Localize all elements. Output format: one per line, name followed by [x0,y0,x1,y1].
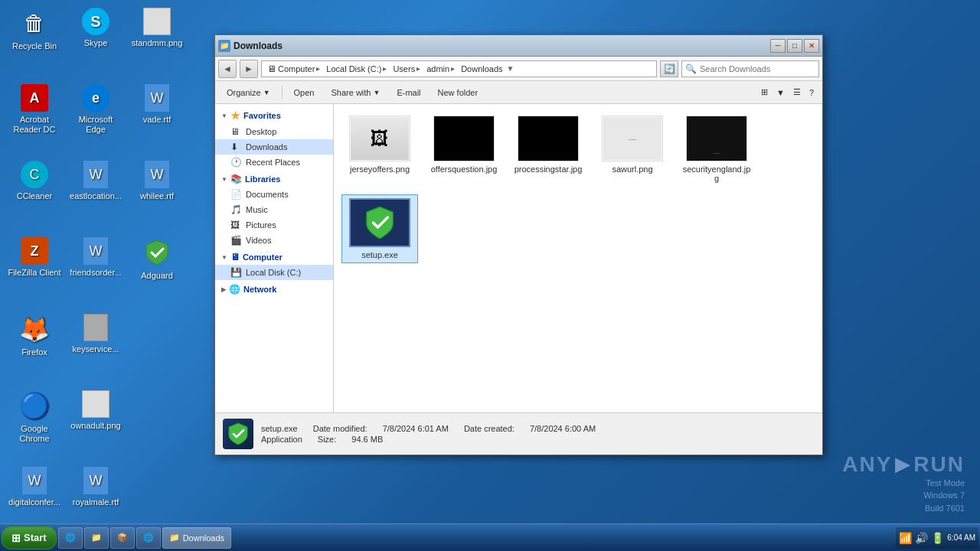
sidebar-item-pictures[interactable]: 🖼 Pictures [215,217,333,233]
explorer-window: 📁 Downloads ─ □ ✕ ◄ ► 🖥 Computer ▸ Local… [214,34,823,455]
new-folder-button[interactable]: New folder [431,84,485,101]
taskbar: ⊞ Start 🌐 📁 📦 🌐 📁 Downloads 📶 🔊 🔋 6:04 A… [0,523,980,551]
taskbar-item-downloads-window[interactable]: 📁 Downloads [162,527,231,549]
tray-battery-icon[interactable]: 🔋 [931,532,944,544]
open-button[interactable]: Open [287,84,322,101]
file-item-jerseyoffers[interactable]: 🖼 jerseyoffers.png [341,112,418,187]
sidebar-network-header[interactable]: ▶ 🌐 Network [215,282,333,297]
desktop-icon-acrobat[interactable]: A Acrobat Reader DC [4,80,65,157]
desktop-icon-recycle-bin[interactable]: 🗑 Recycle Bin [4,4,65,80]
file-item-processingstar[interactable]: processingstar.jpg [510,112,586,187]
downloads-taskbar-icon: 📁 [169,533,180,543]
sidebar-item-music[interactable]: 🎵 Music [215,202,333,217]
path-segment-admin[interactable]: admin ▸ [424,64,457,74]
share-with-button[interactable]: Share with ▼ [324,84,387,101]
taskbar-item-browser[interactable]: 🌐 [136,527,161,549]
file-item-setup-exe[interactable]: setup.exe [341,194,418,263]
desktop-icon-whilee[interactable]: W whilee.rtf [126,157,188,233]
close-button[interactable]: ✕ [804,39,819,53]
status-row-2: Application Size: 94.6 MB [261,435,596,444]
status-filename: setup.exe [261,424,298,433]
desktop-icon-firefox[interactable]: 🦊 Firefox [4,310,65,386]
path-segment-downloads[interactable]: Downloads [459,64,505,74]
status-date-created: 7/8/2024 6:00 AM [530,424,596,433]
path-segment-localdisk[interactable]: Local Disk (C:) ▸ [324,64,389,74]
browser-icon: 🌐 [143,533,154,543]
back-button[interactable]: ◄ [218,60,237,78]
forward-button[interactable]: ► [240,60,258,78]
start-button[interactable]: ⊞ Start [2,527,57,549]
file-item-securityengland[interactable]: — securityengland.jpg [678,112,755,187]
email-button[interactable]: E-mail [390,84,427,101]
file-item-sawurl[interactable]: — sawurl.png [594,112,671,187]
view-preview-button[interactable]: ⊞ [757,84,772,101]
sidebar-libraries-header[interactable]: ▼ 📚 Libraries [215,171,333,187]
search-box[interactable]: 🔍 [681,60,819,77]
desktop-icon-small: 🖥 [230,126,241,137]
file-label-jerseyoffers: jerseyoffers.png [350,165,410,174]
path-segment-users[interactable]: Users ▸ [390,64,423,74]
window-title: Downloads [234,41,283,51]
status-row-1: setup.exe Date modified: 7/8/2024 6:01 A… [261,424,596,433]
view-options-button[interactable]: ▼ [773,84,789,101]
sidebar-favorites-header[interactable]: ▼ ★ Favorites [215,107,333,124]
file-thumbnail-jerseyoffers: 🖼 [349,116,410,161]
window-titlebar: 📁 Downloads ─ □ ✕ [215,35,822,57]
status-size-label: Size: [318,435,336,444]
sidebar-computer-header[interactable]: ▼ 🖥 Computer [215,249,333,265]
file-item-offersquestion[interactable]: offersquestion.jpg [426,112,502,187]
anyrun-mode-text: Test Mode Windows 7 Build 7601 [842,477,965,515]
localdisk-icon: 💾 [230,267,241,278]
anyrun-watermark: ANY ▶ RUN Test Mode Windows 7 Build 7601 [842,452,965,515]
desktop-icon-friendsorder[interactable]: W friendsorder... [65,233,126,310]
sidebar-item-recent-places[interactable]: 🕐 Recent Places [215,155,333,170]
path-dropdown-arrow[interactable]: ▼ [507,64,514,73]
organize-button[interactable]: Organize ▼ [220,84,277,101]
view-details-button[interactable]: ☰ [789,84,805,101]
toolbar: Organize ▼ Open Share with ▼ E-mail New … [215,81,822,104]
sidebar-item-desktop[interactable]: 🖥 Desktop [215,124,333,139]
help-button[interactable]: ? [805,84,818,101]
favorites-star-icon: ★ [230,109,240,122]
sidebar-item-localdisk[interactable]: 💾 Local Disk (C:) [215,265,333,280]
address-path[interactable]: 🖥 Computer ▸ Local Disk (C:) ▸ Users ▸ a… [261,60,657,77]
maximize-button[interactable]: □ [787,39,802,53]
desktop-icon-ccleaner[interactable]: C CCleaner [4,157,65,233]
tray-network-icon[interactable]: 📶 [899,532,912,544]
sidebar-item-videos[interactable]: 🎬 Videos [215,233,333,248]
desktop-icon-chrome[interactable]: 🔵 Google Chrome [4,386,65,463]
desktop-icon-vade[interactable]: W vade.rtf [126,80,188,157]
libraries-icon: 📚 [230,174,242,184]
file-thumbnail-securityengland: — [686,116,747,161]
tray-clock[interactable]: 6:04 AM [947,533,975,543]
sidebar-item-documents[interactable]: 📄 Documents [215,187,333,202]
desktop-icon-ownadult[interactable]: ownadult.png [65,386,126,463]
music-icon: 🎵 [230,204,241,215]
desktop-icon-skype[interactable]: S Skype [65,4,126,80]
desktop-icon-edge[interactable]: e Microsoft Edge [65,80,126,157]
sidebar-item-downloads[interactable]: ⬇ Downloads [215,139,333,155]
path-segment-computer[interactable]: 🖥 Computer ▸ [265,63,322,75]
tray-volume-icon[interactable]: 🔊 [915,532,928,544]
explorer-icon: 📁 [91,533,102,543]
desktop-icon-keyservice[interactable]: keyservice... [65,310,126,386]
minimize-button[interactable]: ─ [770,39,786,53]
refresh-button[interactable]: 🔄 [660,60,678,77]
desktop-icon-adguard[interactable]: Adguard [126,233,188,310]
media-icon: 📦 [117,533,128,543]
taskbar-item-ie[interactable]: 🌐 [58,527,83,549]
desktop: 🗑 Recycle Bin S Skype standmm.png A Acro… [0,0,980,551]
status-info: setup.exe Date modified: 7/8/2024 6:01 A… [261,424,596,444]
desktop-icon-filezilla[interactable]: Z FileZilla Client [4,233,65,310]
sidebar: ▼ ★ Favorites 🖥 Desktop ⬇ Downloads 🕐 [215,104,334,412]
status-date-modified: 7/8/2024 6:01 AM [383,424,449,433]
taskbar-item-media[interactable]: 📦 [110,527,135,549]
file-label-offersquestion: offersquestion.jpg [431,165,498,174]
file-thumbnail-offersquestion [433,116,495,161]
desktop-icon-eastlocation[interactable]: W eastlocation... [65,157,126,233]
desktop-icon-standmm[interactable]: standmm.png [126,4,188,80]
taskbar-item-explorer[interactable]: 📁 [84,527,109,549]
file-label-setup-exe: setup.exe [361,250,398,259]
search-input[interactable] [700,64,815,73]
file-thumbnail-setup-exe [349,198,410,247]
